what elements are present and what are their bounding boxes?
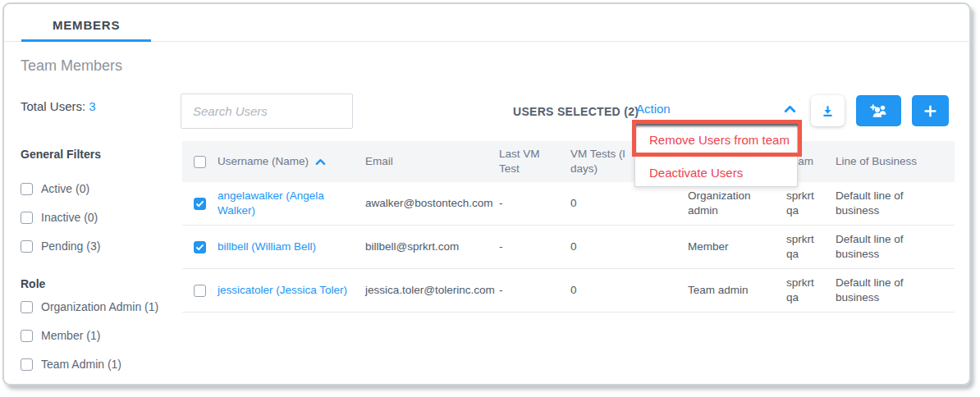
role-cell: Organization admin [688, 189, 786, 218]
row-checkbox[interactable] [194, 285, 206, 297]
last-vm-test-cell: - [499, 240, 570, 254]
email-cell: awalker@bostontech.com [365, 196, 499, 211]
filter-organization-admin-label: Organization Admin (1) [41, 300, 158, 313]
action-menu: Remove Users from team Deactivate Users [634, 123, 798, 187]
email-cell: billbell@sprkrt.com [365, 240, 499, 254]
filter-member-label: Member (1) [41, 329, 100, 342]
general-filters-title: General Filters [21, 148, 101, 161]
header-email[interactable]: Email [365, 154, 499, 169]
filter-pending-checkbox[interactable] [21, 240, 33, 253]
table-row: billbell (William Bell) billbell@sprkrt.… [182, 226, 955, 269]
menu-item-deactivate-users[interactable]: Deactivate Users [635, 156, 797, 188]
last-vm-test-cell: - [499, 283, 570, 298]
username-link[interactable]: jessicatoler (Jessica Toler) [218, 283, 365, 298]
users-selected-label: USERS SELECTED (2) [513, 105, 639, 118]
sort-asc-icon[interactable] [315, 158, 326, 166]
row-checkbox[interactable] [194, 198, 206, 210]
role-filters-title: Role [21, 277, 45, 290]
line-of-business-cell: Default line of business [836, 276, 955, 305]
vm-tests-cell: 0 [570, 240, 688, 254]
table-row: jessicatoler (Jessica Toler) jessica.tol… [182, 269, 955, 313]
username-link[interactable]: angelawalker (Angela Walker) [218, 189, 365, 218]
filter-active[interactable]: Active (0) [21, 182, 89, 195]
line-of-business-cell: Default line of business [836, 232, 955, 262]
filter-team-admin-label: Team Admin (1) [41, 358, 121, 371]
vm-tests-cell: 0 [570, 196, 688, 211]
page-title: Team Members [21, 57, 122, 75]
header-vm-tests-line2: days) [570, 162, 598, 175]
action-dropdown[interactable]: Action [636, 102, 796, 116]
total-users-value: 3 [89, 99, 95, 113]
total-users-label: Total Users: [21, 99, 85, 113]
line-of-business-cell: Default line of business [836, 189, 955, 218]
menu-item-remove-users[interactable]: Remove Users from team [635, 124, 797, 156]
download-icon [821, 104, 835, 118]
row-checkbox[interactable] [194, 241, 206, 253]
team-cell: sprkrt qa [786, 232, 836, 262]
table-row: angelawalker (Angela Walker) awalker@bos… [182, 182, 955, 226]
team-cell: sprkrt qa [786, 276, 836, 305]
filter-team-admin-checkbox[interactable] [21, 358, 33, 371]
header-line-of-business[interactable]: Line of Business [836, 154, 955, 169]
role-cell: Team admin [688, 283, 786, 298]
tab-members-active-underline [21, 39, 151, 42]
add-button[interactable] [912, 95, 949, 126]
header-username[interactable]: Username (Name) [218, 154, 365, 169]
username-link[interactable]: billbell (William Bell) [218, 240, 365, 254]
filter-pending-label: Pending (3) [41, 240, 100, 253]
filter-organization-admin-checkbox[interactable] [21, 301, 33, 313]
download-button[interactable] [811, 95, 845, 126]
filter-pending[interactable]: Pending (3) [21, 240, 100, 253]
search-input[interactable] [181, 94, 353, 129]
check-icon [195, 244, 204, 251]
add-users-icon [868, 103, 890, 119]
chevron-up-icon[interactable] [784, 105, 796, 113]
action-dropdown-label[interactable]: Action [636, 102, 671, 116]
select-all-checkbox[interactable] [194, 156, 206, 168]
filter-inactive-label: Inactive (0) [41, 211, 98, 224]
table-header-row: Username (Name) Email Last VM Test VM Te… [182, 141, 955, 182]
filter-member[interactable]: Member (1) [21, 329, 100, 342]
filter-inactive[interactable]: Inactive (0) [21, 211, 98, 224]
filter-active-label: Active (0) [41, 182, 89, 195]
filter-active-checkbox[interactable] [21, 183, 33, 195]
check-icon [195, 200, 204, 208]
add-users-button[interactable] [856, 95, 901, 126]
filter-inactive-checkbox[interactable] [21, 212, 33, 224]
email-cell: jessica.toler@tolerinc.com [365, 283, 499, 298]
filter-organization-admin[interactable]: Organization Admin (1) [21, 300, 158, 313]
vm-tests-cell: 0 [570, 283, 688, 298]
tab-members[interactable]: MEMBERS [53, 18, 120, 32]
header-username-label: Username (Name) [218, 154, 309, 169]
team-cell: sprkrt qa [786, 189, 836, 218]
total-users: Total Users:3 [21, 99, 96, 113]
header-last-vm-test[interactable]: Last VM Test [499, 147, 570, 176]
role-cell: Member [688, 240, 786, 254]
last-vm-test-cell: - [499, 196, 570, 211]
members-table: Username (Name) Email Last VM Test VM Te… [182, 141, 955, 313]
plus-icon [923, 104, 937, 118]
filter-member-checkbox[interactable] [21, 330, 33, 342]
filter-team-admin[interactable]: Team Admin (1) [21, 358, 121, 371]
header-vm-tests-line1: VM Tests (l [570, 148, 625, 160]
